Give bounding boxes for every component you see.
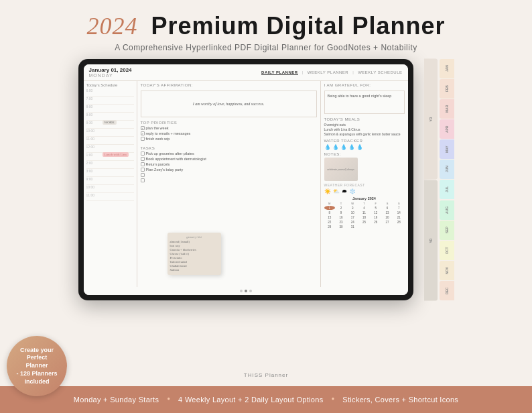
- month-tab-jan[interactable]: JAN: [440, 59, 454, 78]
- weather-section: weather forecast ☀️ ⛅ 🌧 ❄️: [324, 183, 405, 194]
- time-slot: 11:00: [86, 137, 134, 145]
- meal-item: Overnight oats: [324, 123, 405, 127]
- footer-bar: Monday + Sunday Starts • 4 Weekly Layout…: [0, 386, 532, 413]
- mini-calendar: January 2024 M T W T F S S 1 2: [324, 196, 405, 229]
- nav-weekly-schedule[interactable]: WEEKLY SCHEDULE: [358, 70, 402, 75]
- month-tab-jul[interactable]: JUL: [440, 180, 454, 199]
- grocery-item: bon way: [170, 244, 218, 247]
- title-label: Premium Digital Planner: [151, 12, 445, 40]
- footer-dot-2: •: [331, 394, 334, 405]
- affirmation-box: I am worthy of love, happiness, and succ…: [141, 91, 317, 117]
- time-slot: 7:00: [86, 97, 134, 105]
- month-tab-mar[interactable]: MAR: [440, 99, 454, 119]
- month-tab-jun[interactable]: JUN: [440, 160, 454, 179]
- circle-badge: Create your Perfect Planner - 128 Planne…: [7, 336, 67, 396]
- task-item: Plan Zoey's bday party: [141, 168, 317, 172]
- nav-dot: [240, 290, 243, 292]
- month-tab-nov[interactable]: NOV: [440, 261, 454, 280]
- calendar-grid: M T W T F S S 1 2 3 4 5: [324, 202, 405, 229]
- time-slot: 3:00: [86, 169, 134, 177]
- main-content: January 01, 2024 MONDAY DAILY PLANNER | …: [0, 59, 532, 300]
- middle-column: Today's affirmation: I am worthy of love…: [137, 81, 321, 287]
- schedule-column: Today's Schedule 6:00 7:00 8:00 9:00: [84, 81, 137, 287]
- grocery-item: almond (1small): [170, 240, 218, 243]
- planner-body: Today's Schedule 6:00 7:00 8:00 9:00: [84, 81, 408, 287]
- time-slot: 11:00: [86, 193, 134, 201]
- priority-item: finish work wip: [141, 137, 317, 141]
- cloud-icon: ⛅: [333, 188, 340, 194]
- snow-icon: ❄️: [349, 188, 356, 194]
- footer-item-1: Monday + Sunday Starts: [74, 396, 159, 404]
- grocery-item: Salmon: [170, 268, 218, 272]
- brand-label: THISS Planner: [0, 372, 532, 378]
- time-slot: 9:00: [86, 177, 134, 185]
- month-tab-may[interactable]: MAY: [440, 139, 454, 159]
- month-tab-aug[interactable]: AUG: [440, 200, 454, 220]
- water-tracker-section: Water Tracker 💧 💧 💧 💧 💧: [324, 139, 405, 150]
- time-slot-lunch: 1:00 Lunch with Lina: [86, 153, 134, 161]
- water-tracker: 💧 💧 💧 💧 💧: [324, 144, 405, 150]
- grocery-item: Tailored salad: [170, 260, 218, 263]
- month-tab-apr[interactable]: APR: [440, 119, 454, 139]
- notes-section: Notes: celebrate yourself always: [324, 152, 405, 181]
- page-title: 2024 Premium Digital Planner: [13, 12, 519, 40]
- task-item: Pick up groceries after pilates: [141, 152, 317, 156]
- planner-header: January 01, 2024 MONDAY DAILY PLANNER | …: [84, 64, 408, 81]
- planner-nav: DAILY PLANNER | WEEKLY PLANNER | WEEKLY …: [261, 70, 402, 75]
- footer-dot-1: •: [167, 394, 170, 405]
- time-slot-work: 9:30 WORK: [86, 121, 134, 129]
- time-slot: 2:00: [86, 161, 134, 169]
- month-tab-oct[interactable]: OCT: [440, 241, 454, 260]
- nav-weekly[interactable]: WEEKLY PLANNER: [308, 70, 348, 75]
- grocery-item: Challah bread: [170, 264, 218, 268]
- tablet-screen: January 01, 2024 MONDAY DAILY PLANNER | …: [84, 64, 408, 295]
- meal-item: Lunch with Lina & Citrus: [324, 127, 405, 131]
- time-slot: 10:00: [86, 185, 134, 193]
- task-item: [141, 178, 317, 182]
- year-tab-2[interactable]: YR: [424, 180, 438, 301]
- planner-date: January 01, 2024 MONDAY: [89, 67, 132, 78]
- nav-dot: [249, 290, 252, 292]
- footer-item-2: 4 Weekly Layout + 2 Daily Layout Options: [178, 396, 323, 404]
- priorities-section: Top Priorities ✓ plan the week ✓ reply t…: [141, 121, 317, 142]
- nav-dot-active: [245, 290, 247, 292]
- month-tab-feb[interactable]: FEB: [440, 79, 454, 99]
- grocery-list-overlay: grocery list almond (1small) bon way Gra…: [168, 233, 221, 275]
- rain-icon: 🌧: [342, 188, 347, 194]
- footer-item-3: Stickers, Covers + Shortcut Icons: [342, 396, 458, 404]
- nav-daily[interactable]: DAILY PLANNER: [261, 70, 298, 75]
- grocery-item: Cheese ('full it'): [170, 252, 218, 255]
- grocery-item: Granola + blueberries: [170, 248, 218, 251]
- task-item: [141, 173, 317, 177]
- priority-item: ✓ plan the week: [141, 126, 317, 130]
- tasks-section: Tasks Pick up groceries after pilates Bo…: [141, 146, 317, 184]
- grocery-item: Prosciutto: [170, 256, 218, 259]
- time-slot: 6:00: [86, 88, 134, 97]
- sun-icon: ☀️: [324, 188, 331, 194]
- task-item: Return parcels: [141, 162, 317, 166]
- tablet-bottom-nav: [84, 287, 408, 295]
- planner-content: January 01, 2024 MONDAY DAILY PLANNER | …: [84, 64, 408, 295]
- time-slot: 10:00: [86, 129, 134, 137]
- photo-note: celebrate yourself always: [324, 158, 358, 181]
- page-header: 2024 Premium Digital Planner A Comprehen…: [0, 0, 532, 59]
- year-tab-1[interactable]: YR: [424, 59, 438, 180]
- priority-item: ✓ reply to emails + messages: [141, 131, 317, 135]
- meals-section: Today's Meals Overnight oats Lunch with …: [324, 117, 405, 137]
- month-tab-sep[interactable]: SEP: [440, 221, 454, 240]
- tablet-mockup: January 01, 2024 MONDAY DAILY PLANNER | …: [78, 59, 413, 300]
- gratitude-box: Being able to have a good night's sleep: [324, 91, 405, 114]
- year-label: 2024: [86, 13, 137, 40]
- month-tab-dec[interactable]: DEC: [440, 281, 454, 300]
- task-item: Book appointment with dermatologist: [141, 157, 317, 161]
- time-slot: 8:00: [86, 105, 134, 113]
- meal-item: Salmon & asparagus with garlic lemon but…: [324, 132, 405, 136]
- tab-strips: YR YR JAN FEB MAR APR MAY JUN JUL AUG SE…: [424, 59, 454, 300]
- right-column: I am grateful for: Being able to have a …: [321, 81, 408, 287]
- subtitle-label: A Comprehensive Hyperlinked PDF Digital …: [13, 43, 519, 52]
